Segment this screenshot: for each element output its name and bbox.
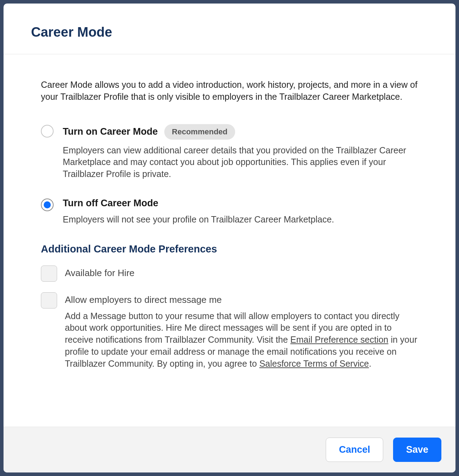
modal-header: Career Mode [4,4,455,54]
save-button[interactable]: Save [393,438,441,462]
page-title: Career Mode [31,25,428,40]
recommended-badge: Recommended [164,124,235,140]
modal-body: Career Mode allows you to add a video in… [4,54,455,427]
radio-turn-off-career-mode[interactable]: Turn off Career Mode Employers will not … [41,198,418,226]
preferences-title: Additional Career Mode Preferences [41,243,418,255]
checkbox-label: Available for Hire [65,268,135,278]
radio-label: Turn off Career Mode [63,198,158,209]
checkbox-available-for-hire[interactable]: Available for Hire [41,266,418,282]
radio-dot-icon [44,201,51,208]
checkbox-icon [41,292,57,309]
terms-of-service-link[interactable]: Salesforce Terms of Service [259,359,369,368]
intro-text: Career Mode allows you to add a video in… [41,79,418,103]
radio-label: Turn on Career Mode [63,126,158,137]
career-mode-modal: Career Mode Career Mode allows you to ad… [4,4,455,472]
checkbox-description: Add a Message button to your resume that… [65,310,418,370]
checkbox-icon [41,266,57,282]
cancel-button[interactable]: Cancel [326,438,383,462]
radio-description: Employers can view additional career det… [63,145,418,180]
radio-turn-on-career-mode[interactable]: Turn on Career Mode Recommended Employer… [41,124,418,180]
checkbox-allow-direct-message[interactable]: Allow employers to direct message me Add… [41,292,418,370]
radio-content: Turn on Career Mode Recommended Employer… [63,124,418,180]
checkbox-label: Allow employers to direct message me [65,294,222,305]
radio-icon [41,125,54,138]
checkbox-content: Available for Hire [65,266,418,279]
radio-icon [41,199,54,211]
radio-description: Employers will not see your profile on T… [63,214,418,226]
radio-label-row: Turn on Career Mode Recommended [63,124,418,140]
desc-text: . [369,359,371,368]
radio-content: Turn off Career Mode Employers will not … [63,198,418,226]
checkbox-content: Allow employers to direct message me Add… [65,292,418,370]
modal-footer: Cancel Save [4,427,455,472]
email-preference-link[interactable]: Email Preference section [290,335,388,344]
radio-label-row: Turn off Career Mode [63,198,418,209]
